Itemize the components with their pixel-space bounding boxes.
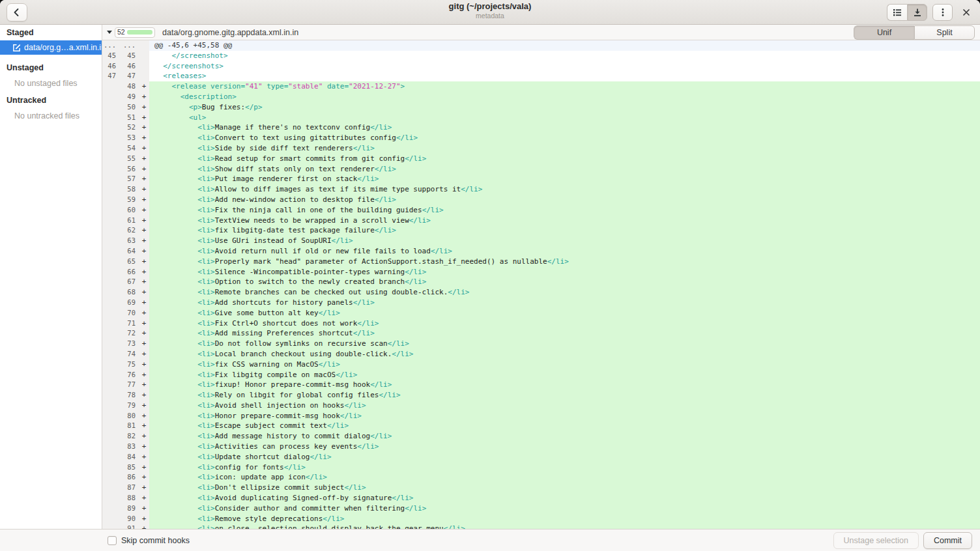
line-content: <li>Show diff stats only on text rendere…: [149, 164, 980, 175]
diff-line[interactable]: 86+ <li>icon: update app icon</li>: [102, 472, 980, 483]
diff-line[interactable]: 48+ <release version="41" type="stable" …: [102, 81, 980, 92]
back-button[interactable]: [7, 3, 27, 21]
new-line-number: 55: [119, 154, 139, 164]
diff-line[interactable]: 91+ <li>on close, selection should displ…: [102, 524, 980, 529]
new-line-number: 50: [119, 102, 139, 113]
diff-line[interactable]: 49+ <description>: [102, 92, 980, 102]
line-marker: +: [139, 164, 149, 175]
staged-file-item[interactable]: data/org.g…a.xml.in.in: [0, 40, 102, 55]
diff-line[interactable]: 50+ <p>Bug fixes:</p>: [102, 102, 980, 113]
headerbar-actions: [887, 0, 975, 25]
diff-line[interactable]: 61+ <li>TextView needs to be wrapped in …: [102, 216, 980, 226]
diff-line[interactable]: 90+ <li>Remove style deprecations</li>: [102, 514, 980, 524]
diff-line[interactable]: 88+ <li>Avoid duplicating Signed-off-by …: [102, 493, 980, 503]
line-content: <releases>: [149, 71, 980, 81]
new-line-number: ...: [119, 40, 139, 51]
diff-line[interactable]: 51+ <ul>: [102, 113, 980, 123]
old-line-number: [102, 370, 119, 380]
diff-line[interactable]: 84+ <li>Update shortcut dialog</li>: [102, 452, 980, 462]
diff-line[interactable]: 52+ <li>Manage if there's no textconv co…: [102, 122, 980, 133]
diff-line[interactable]: 85+ <li>config for fonts</li>: [102, 462, 980, 473]
diff-line[interactable]: 79+ <li>Avoid shell injection on hooks</…: [102, 401, 980, 411]
diff-line[interactable]: 89+ <li>Consider author and committer wh…: [102, 503, 980, 514]
unified-view-button[interactable]: Unif: [854, 25, 914, 40]
diff-line[interactable]: 75+ <li>fix CSS warning on MacOS</li>: [102, 360, 980, 370]
diff-line[interactable]: 66+ <li>Silence -Wincompatible-pointer-t…: [102, 267, 980, 277]
split-view-button[interactable]: Split: [914, 25, 975, 40]
diff-line[interactable]: 83+ <li>Activities can process key event…: [102, 442, 980, 452]
added-ratio-bar: [127, 30, 152, 35]
untracked-empty-label: No untracked files: [0, 108, 102, 124]
diff-line[interactable]: 60+ <li>Fix the ninja call in one of the…: [102, 205, 980, 216]
diff-line[interactable]: 71+ <li>Fix Ctrl+O shortcut does not wor…: [102, 318, 980, 329]
diff-line[interactable]: 4545 </screenshot>: [102, 51, 980, 61]
diff-line[interactable]: 59+ <li>Add new-window action to desktop…: [102, 195, 980, 205]
line-content: <li>config for fonts</li>: [149, 462, 980, 473]
diff-line[interactable]: 82+ <li>Add message history to commit di…: [102, 431, 980, 442]
old-line-number: [102, 339, 119, 349]
hunk-stats: 52: [115, 27, 155, 38]
new-line-number: 45: [119, 51, 139, 61]
app-body: Staged data/org.g…a.xml.in.in Unstaged N…: [0, 25, 980, 529]
diff-line[interactable]: 67+ <li>Option to switch to the newly cr…: [102, 277, 980, 287]
diff-line[interactable]: 87+ <li>Don't ellipsize commit subject</…: [102, 483, 980, 493]
diff-line[interactable]: 78+ <li>Rely on libgit for global config…: [102, 390, 980, 401]
line-marker: +: [139, 380, 149, 390]
diff-line[interactable]: 64+ <li>Avoid return null if old or new …: [102, 246, 980, 257]
diff-line[interactable]: 70+ <li>Give some button alt key</li>: [102, 308, 980, 318]
menu-button[interactable]: [932, 4, 953, 21]
diff-line[interactable]: ......@@ -45,6 +45,58 @@: [102, 40, 980, 51]
kebab-menu-icon: [938, 7, 948, 18]
diff-line[interactable]: 80+ <li>Honor prepare-commit-msg hook</l…: [102, 411, 980, 421]
hunk-expander[interactable]: 52: [107, 27, 155, 38]
old-line-number: [102, 421, 119, 431]
line-marker: +: [139, 390, 149, 401]
diff-line[interactable]: 74+ <li>Local branch checkout using doub…: [102, 349, 980, 360]
diff-line[interactable]: 4646 </screenshots>: [102, 61, 980, 72]
diff-line[interactable]: 73+ <li>Do not follow symlinks on recurs…: [102, 339, 980, 349]
list-view-icon: [892, 7, 902, 18]
line-content: @@ -45,6 +45,58 @@: [149, 40, 980, 51]
diff-line[interactable]: 53+ <li>Convert to text using gitattribu…: [102, 133, 980, 143]
diff-line[interactable]: 69+ <li>Add shortcuts for history panels…: [102, 298, 980, 308]
diff-line[interactable]: 63+ <li>Use GUri instead of SoupURI</li>: [102, 236, 980, 246]
line-content: <li>Rely on libgit for global config fil…: [149, 390, 980, 401]
new-line-number: 88: [119, 493, 139, 503]
line-marker: +: [139, 308, 149, 318]
unstage-selection-button[interactable]: Unstage selection: [833, 532, 919, 549]
checkbox-unchecked-icon[interactable]: [108, 536, 117, 545]
diff-line[interactable]: 54+ <li>Side by side diff text renderers…: [102, 143, 980, 154]
diff-line[interactable]: 55+ <li>Read setup for smart commits fro…: [102, 154, 980, 164]
diff-line[interactable]: 65+ <li>Properly mark "head" parameter o…: [102, 257, 980, 267]
line-content: <li>Read setup for smart commits from gi…: [149, 154, 980, 164]
line-content: <p>Bug fixes:</p>: [149, 102, 980, 113]
diff-line[interactable]: 72+ <li>Add missing Preferences shortcut…: [102, 328, 980, 339]
line-content: <li>icon: update app icon</li>: [149, 472, 980, 483]
skip-commit-hooks-toggle[interactable]: Skip commit hooks: [108, 536, 190, 545]
diff-line[interactable]: 62+ <li>fix libgitg-date test package fa…: [102, 225, 980, 236]
close-button[interactable]: [958, 4, 975, 21]
line-content: <li>on close, selection should display b…: [149, 524, 980, 529]
diff-line[interactable]: 81+ <li>Escape subject commit text</li>: [102, 421, 980, 431]
old-line-number: [102, 225, 119, 236]
diff-line[interactable]: 68+ <li>Remote branches can be checked o…: [102, 287, 980, 298]
new-line-number: 86: [119, 472, 139, 483]
staged-section-label: Staged: [0, 25, 102, 40]
line-marker: +: [139, 246, 149, 257]
old-line-number: [102, 380, 119, 390]
diff-line[interactable]: 4747 <releases>: [102, 71, 980, 81]
diff-line[interactable]: 56+ <li>Show diff stats only on text ren…: [102, 164, 980, 175]
commit-view-button[interactable]: [907, 4, 927, 21]
diff-line[interactable]: 57+ <li>Put image renderer first on stac…: [102, 174, 980, 184]
commit-button[interactable]: Commit: [923, 532, 972, 549]
diff-line[interactable]: 76+ <li>Fix libgitg compile on macOS</li…: [102, 370, 980, 380]
gitg-window: gitg (~/projects/vala) metadata: [0, 0, 980, 551]
old-line-number: [102, 143, 119, 154]
history-view-button[interactable]: [887, 4, 907, 21]
diff-line[interactable]: 58+ <li>Allow to diff images as text if …: [102, 184, 980, 195]
footer-buttons: Unstage selection Commit: [833, 532, 972, 549]
line-marker: +: [139, 401, 149, 411]
line-content: <li>TextView needs to be wrapped in a sc…: [149, 216, 980, 226]
line-marker: +: [139, 524, 149, 529]
diff-line[interactable]: 77+ <li>fixup! Honor prepare-commit-msg …: [102, 380, 980, 390]
